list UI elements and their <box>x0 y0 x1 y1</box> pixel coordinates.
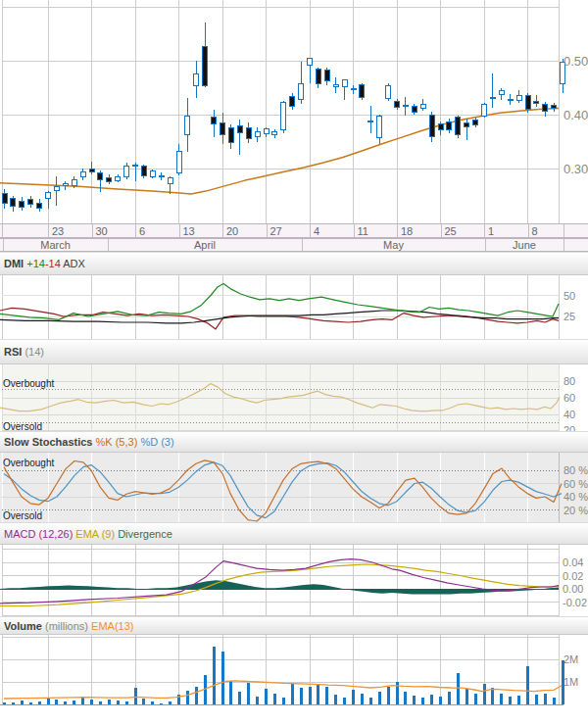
candle-body <box>534 102 539 104</box>
price-axis-label: 0.30 <box>564 162 588 176</box>
candle-body <box>333 85 338 87</box>
stochastics-oversold-label: Oversold <box>3 510 42 521</box>
volume-bar <box>117 701 120 704</box>
candle-body <box>72 179 76 185</box>
candle-body <box>116 176 121 180</box>
header-segment: EMA (9) <box>75 528 118 540</box>
volume-bars-layer <box>3 647 564 704</box>
volume-bar <box>151 701 154 704</box>
volume-bar <box>265 689 268 704</box>
rsi-axis-label: 20 <box>564 424 575 431</box>
date-axis-days: 23306132027411182518 <box>0 223 588 238</box>
candle-body <box>54 186 59 190</box>
volume-bar <box>213 647 216 704</box>
candle-body <box>516 95 521 100</box>
volume-chart-panel: 2M1M <box>0 635 588 705</box>
candle-body <box>203 46 208 86</box>
macd-axis-label: 0.04 <box>563 556 583 568</box>
header-segment: ADX <box>61 258 85 269</box>
macd-axis-label: -0.02 <box>563 597 587 608</box>
axis-tick-divider <box>179 224 180 237</box>
candle-body <box>351 88 356 90</box>
candle-body <box>316 69 320 83</box>
volume-bar <box>195 687 198 704</box>
volume-bar <box>404 692 407 704</box>
day-label: 18 <box>401 224 413 237</box>
header-segment: (millions) <box>45 620 91 632</box>
volume-bar <box>466 689 468 704</box>
volume-bar <box>544 694 547 705</box>
dmi-chart-panel: 5025 <box>0 275 588 339</box>
candle-body <box>438 123 443 129</box>
candle-body <box>429 115 434 136</box>
candle-body <box>525 95 530 109</box>
candle-body <box>212 118 217 124</box>
volume-bar <box>273 694 276 705</box>
axis-tick-divider <box>267 224 268 237</box>
volume-bar <box>108 700 111 704</box>
macd-chart: 0.040.020.00-0.02 <box>0 545 588 616</box>
stochastics-chart: 80 %60 %40 %20 % <box>0 453 588 522</box>
day-label: 30 <box>96 224 108 237</box>
candle-body <box>473 121 478 125</box>
price-chart: 0.500.400.30 <box>0 0 588 223</box>
day-label: 23 <box>52 224 64 237</box>
day-label: 25 <box>445 224 457 237</box>
macd-chart-panel: 0.040.020.00-0.02 <box>0 545 588 616</box>
month-label: June <box>485 239 564 251</box>
header-segment: RSI <box>4 346 24 358</box>
macd-line <box>0 559 559 604</box>
month-label: March <box>3 239 108 251</box>
candle-body <box>220 122 225 135</box>
stochastics-chart-panel: 80 %60 %40 %20 %OverboughtOversold <box>0 453 588 522</box>
price-axis-label: 0.50 <box>564 54 588 69</box>
candle-body <box>299 83 304 100</box>
axis-tick-divider <box>354 224 355 237</box>
volume-bar <box>553 698 556 704</box>
volume-ema-line <box>4 681 562 699</box>
stochastics-header: Slow Stochastics %K (5,3) %D (3) <box>0 431 588 453</box>
axis-tick-divider <box>2 224 3 237</box>
volume-bar <box>369 698 372 704</box>
volume-bar <box>448 692 451 704</box>
volume-bar <box>282 698 285 704</box>
candle-body <box>159 175 164 177</box>
stochastics-overbought-label: Overbought <box>3 458 54 468</box>
candle-body <box>412 107 416 113</box>
volume-bar <box>491 688 494 704</box>
header-segment: MACD (12,26) <box>4 528 75 540</box>
candle-body <box>46 193 51 199</box>
rsi-overbought-label: Overbought <box>3 378 54 389</box>
header-segment: +14 <box>26 258 45 269</box>
candle-body <box>237 125 242 133</box>
axis-tick-divider <box>484 224 485 237</box>
candle-body <box>490 97 495 99</box>
volume-bar <box>325 687 328 704</box>
stochastics-axis-label: 20 % <box>564 505 588 516</box>
candle-body <box>552 106 557 109</box>
volume-bar <box>361 694 364 705</box>
candle-body <box>377 116 382 137</box>
candle-body <box>420 104 425 108</box>
day-label: 20 <box>226 224 238 237</box>
volume-bar <box>229 681 232 704</box>
volume-bar <box>509 697 512 704</box>
candle-body <box>37 203 42 209</box>
rsi-chart: 80604020 <box>0 364 588 431</box>
volume-bar <box>169 701 172 704</box>
header-segment: %K (5,3) <box>96 436 141 448</box>
day-label: 1 <box>488 224 494 237</box>
volume-bar <box>238 692 241 704</box>
candle-body <box>98 173 103 179</box>
candle-body <box>403 105 408 107</box>
macd-axis-label: 0.02 <box>563 570 583 582</box>
axis-tick-divider <box>528 224 529 237</box>
day-label: 8 <box>532 224 538 237</box>
candle-body <box>281 103 286 129</box>
volume-bar <box>317 684 319 704</box>
candle-body <box>80 171 85 177</box>
volume-axis-label: 2M <box>564 653 578 665</box>
month-label: April <box>108 239 302 251</box>
date-axis-months: MarchAprilMayJune <box>0 238 588 252</box>
volume-bar <box>413 696 416 704</box>
